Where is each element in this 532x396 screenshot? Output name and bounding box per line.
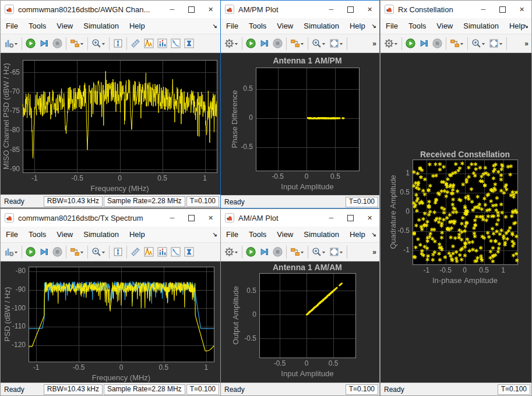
menu-help[interactable]: Help <box>344 230 371 239</box>
menu-simulation[interactable]: Simulation <box>78 230 124 239</box>
minimize-button[interactable]: ─ <box>163 1 182 18</box>
zoom-button[interactable] <box>310 245 327 260</box>
menu-file[interactable]: File <box>380 22 403 30</box>
measurements-button[interactable] <box>129 36 142 51</box>
close-button[interactable]: ✕ <box>360 209 379 227</box>
step-forward-button[interactable] <box>258 36 271 51</box>
spectral-mask-button[interactable] <box>182 36 196 51</box>
span-button[interactable] <box>111 36 125 51</box>
fit-to-view-button[interactable] <box>327 245 345 260</box>
titlebar[interactable]: AM/AM Plot ─ ✕ <box>221 209 379 227</box>
step-forward-button[interactable] <box>37 245 51 260</box>
menu-file[interactable]: File <box>221 230 244 239</box>
dock-arrow-icon[interactable]: ↘ <box>524 23 529 29</box>
menu-tools[interactable]: Tools <box>23 22 51 30</box>
run-button[interactable] <box>24 36 37 51</box>
step-forward-button[interactable] <box>417 36 431 51</box>
menu-tools[interactable]: Tools <box>244 22 272 30</box>
peak-finder-button[interactable] <box>142 245 156 260</box>
close-button[interactable]: ✕ <box>201 1 220 18</box>
dock-arrow-icon[interactable]: ↘ <box>213 23 217 29</box>
menu-simulation[interactable]: Simulation <box>298 22 344 30</box>
close-button[interactable]: ✕ <box>201 209 220 227</box>
ccdf-button[interactable] <box>169 36 182 51</box>
menu-simulation[interactable]: Simulation <box>298 230 344 239</box>
simulation-config-button[interactable] <box>288 36 306 51</box>
stop-button[interactable] <box>271 245 284 260</box>
settings-button[interactable] <box>223 36 240 51</box>
stop-button[interactable] <box>431 36 444 51</box>
titlebar[interactable]: Rx Constellation ─ ✕ <box>380 1 531 18</box>
toolbar-overflow-button[interactable]: » <box>372 248 376 256</box>
minimize-button[interactable]: ─ <box>322 209 341 227</box>
settings-button[interactable] <box>382 36 400 51</box>
distortion-button[interactable] <box>156 36 169 51</box>
minimize-button[interactable]: ─ <box>322 1 341 18</box>
menu-help[interactable]: Help <box>124 22 150 30</box>
chevron-down-icon <box>339 39 343 48</box>
peak-finder-button[interactable] <box>142 36 156 51</box>
spectral-mask-button[interactable] <box>182 245 196 260</box>
menu-view[interactable]: View <box>431 22 458 30</box>
menu-view[interactable]: View <box>272 22 298 30</box>
simulation-config-button[interactable] <box>288 245 306 260</box>
maximize-button[interactable] <box>493 1 512 18</box>
spectrum-settings-button[interactable] <box>2 36 20 51</box>
fit-to-view-button[interactable] <box>327 36 345 51</box>
close-button[interactable]: ✕ <box>360 1 379 18</box>
maximize-button[interactable] <box>182 1 201 18</box>
settings-button[interactable] <box>223 245 240 260</box>
toolbar-overflow-button[interactable]: » <box>372 40 376 48</box>
stop-button[interactable] <box>271 36 284 51</box>
dock-arrow-icon[interactable]: ↘ <box>372 23 376 29</box>
titlebar[interactable]: commwman80216dstbc/Tx Spectrum ─ ✕ <box>1 209 220 227</box>
menu-help[interactable]: Help <box>344 22 371 30</box>
step-forward-button[interactable] <box>258 245 271 260</box>
span-button[interactable] <box>111 245 125 260</box>
dock-arrow-icon[interactable]: ↘ <box>372 231 376 238</box>
menu-tools[interactable]: Tools <box>403 22 431 30</box>
stop-icon <box>273 38 283 48</box>
simulation-config-button[interactable] <box>68 36 86 51</box>
distortion-button[interactable] <box>156 245 169 260</box>
minimize-button[interactable]: ─ <box>163 209 182 227</box>
zoom-button[interactable] <box>310 36 327 51</box>
titlebar[interactable]: AM/PM Plot ─ ✕ <box>221 1 379 18</box>
menu-file[interactable]: File <box>221 22 244 30</box>
spectrum-settings-button[interactable] <box>2 245 20 260</box>
menu-tools[interactable]: Tools <box>244 230 272 239</box>
run-button[interactable] <box>244 245 258 260</box>
menu-view[interactable]: View <box>51 230 78 239</box>
zoom-button[interactable] <box>470 36 487 51</box>
measurements-button[interactable] <box>129 245 142 260</box>
run-button[interactable] <box>244 36 258 51</box>
menu-simulation[interactable]: Simulation <box>458 22 504 30</box>
status-ready: Ready <box>221 198 346 206</box>
menu-file[interactable]: File <box>1 22 23 30</box>
fit-to-view-button[interactable] <box>487 36 505 51</box>
dock-arrow-icon[interactable]: ↘ <box>213 231 217 238</box>
stop-button[interactable] <box>51 245 64 260</box>
menu-tools[interactable]: Tools <box>23 230 51 239</box>
simulation-config-button[interactable] <box>448 36 466 51</box>
stop-button[interactable] <box>51 36 64 51</box>
minimize-button[interactable]: ─ <box>474 1 493 18</box>
menu-view[interactable]: View <box>272 230 298 239</box>
step-forward-button[interactable] <box>37 36 51 51</box>
ccdf-button[interactable] <box>169 245 182 260</box>
simulation-config-button[interactable] <box>68 245 86 260</box>
menu-file[interactable]: File <box>1 230 23 239</box>
run-button[interactable] <box>24 245 37 260</box>
menu-simulation[interactable]: Simulation <box>78 22 124 30</box>
run-button[interactable] <box>404 36 417 51</box>
maximize-button[interactable] <box>182 209 201 227</box>
maximize-button[interactable] <box>341 209 360 227</box>
menu-help[interactable]: Help <box>124 230 150 239</box>
zoom-button[interactable] <box>90 36 107 51</box>
titlebar[interactable]: commwman80216dstbc/AWGN Chan... ─ ✕ <box>1 1 220 18</box>
close-button[interactable]: ✕ <box>512 1 531 18</box>
menu-view[interactable]: View <box>51 22 78 30</box>
toolbar-overflow-button[interactable]: » <box>524 40 528 48</box>
maximize-button[interactable] <box>341 1 360 18</box>
zoom-button[interactable] <box>90 245 107 260</box>
